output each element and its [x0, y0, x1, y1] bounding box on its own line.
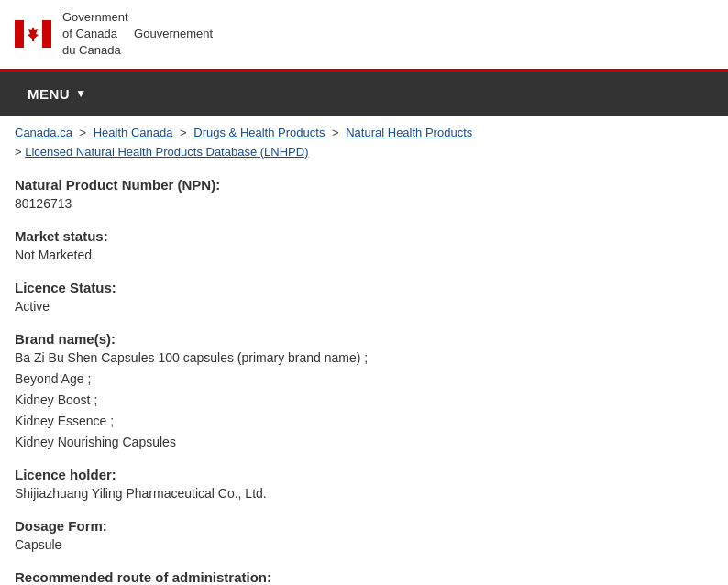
breadcrumb-sep-2: > — [180, 126, 187, 139]
dosage-form-value: Capsule — [15, 535, 713, 555]
svg-rect-3 — [32, 39, 34, 41]
government-name: Government of Canada Gouvernement du Can… — [62, 9, 213, 60]
site-header: Government of Canada Gouvernement du Can… — [0, 0, 728, 72]
main-nav: MENU ▼ — [0, 72, 728, 116]
brand-name-item: Ba Zi Bu Shen Capsules 100 capsules (pri… — [15, 348, 713, 368]
menu-label: MENU — [28, 86, 70, 102]
chevron-down-icon: ▼ — [75, 87, 86, 100]
licence-status-value: Active — [15, 297, 713, 316]
gov-name-en: Government of Canada — [62, 10, 128, 40]
npn-value: 80126713 — [15, 194, 713, 214]
market-status-label: Market status: — [15, 228, 713, 244]
dosage-form-label: Dosage Form: — [15, 518, 713, 534]
breadcrumb-canada-ca[interactable]: Canada.ca — [15, 126, 72, 139]
breadcrumb-sep-3: > — [332, 126, 339, 139]
menu-button[interactable]: MENU ▼ — [15, 72, 100, 116]
npn-label: Natural Product Number (NPN): — [15, 177, 713, 193]
breadcrumb-drugs-health[interactable]: Drugs & Health Products — [193, 126, 325, 139]
svg-rect-1 — [15, 20, 24, 48]
breadcrumb-sep-1: > — [80, 126, 87, 139]
brand-name-item: Beyond Age ; — [15, 370, 713, 389]
breadcrumb-natural-health[interactable]: Natural Health Products — [346, 126, 472, 139]
route-label: Recommended route of administration: — [15, 569, 713, 585]
brand-name-item: Kidney Boost ; — [15, 391, 713, 410]
market-status-value: Not Marketed — [15, 246, 713, 265]
breadcrumb: Canada.ca > Health Canada > Drugs & Heal… — [0, 116, 728, 143]
brand-names-list: Ba Zi Bu Shen Capsules 100 capsules (pri… — [15, 348, 713, 452]
breadcrumb-sep-4: > — [15, 145, 22, 159]
breadcrumb-line2: > Licensed Natural Health Products Datab… — [0, 143, 728, 166]
svg-rect-2 — [42, 20, 51, 48]
canada-flag-icon — [15, 20, 51, 48]
licence-holder-label: Licence holder: — [15, 467, 713, 482]
brand-names-label: Brand name(s): — [15, 331, 713, 347]
licence-status-label: Licence Status: — [15, 280, 713, 295]
brand-name-item: Kidney Essence ; — [15, 412, 713, 431]
brand-name-item: Kidney Nourishing Capsules — [15, 433, 713, 452]
breadcrumb-health-canada[interactable]: Health Canada — [94, 126, 173, 139]
breadcrumb-lnhpd[interactable]: Licensed Natural Health Products Databas… — [25, 145, 308, 159]
licence-holder-value: Shijiazhuang Yiling Pharmaceutical Co., … — [15, 484, 713, 503]
main-content: Natural Product Number (NPN): 80126713 M… — [0, 166, 728, 585]
